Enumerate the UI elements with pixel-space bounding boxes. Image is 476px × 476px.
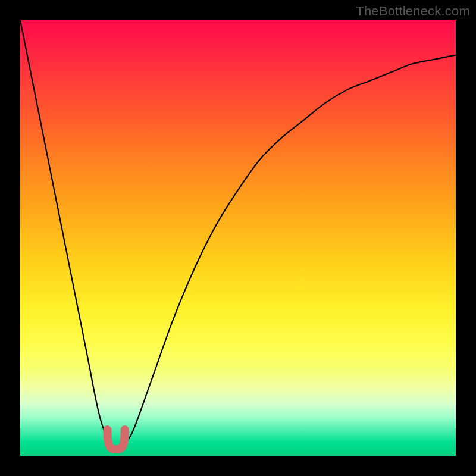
chart-area: [20, 20, 456, 456]
bottleneck-curve: [20, 20, 456, 447]
chart-svg: [20, 20, 456, 456]
watermark-text: TheBottleneck.com: [356, 4, 470, 19]
valley-marker: [107, 430, 124, 449]
